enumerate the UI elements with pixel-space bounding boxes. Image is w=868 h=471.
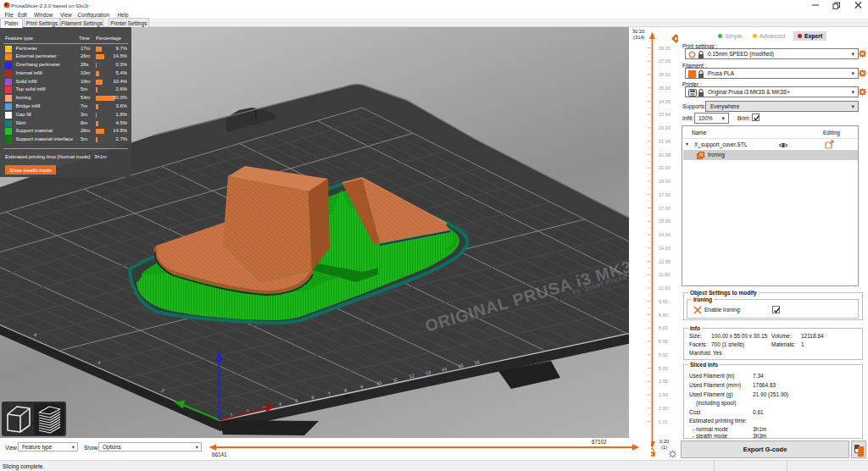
svg-text:(314): (314) [633, 35, 645, 40]
svg-text:11: 11 [392, 377, 398, 383]
svg-text:30.20: 30.20 [632, 29, 645, 34]
svg-text:16: 16 [474, 359, 480, 365]
svg-text:67102: 67102 [592, 439, 607, 445]
svg-text:3.95: 3.95 [659, 379, 668, 384]
svg-text:5.91: 5.91 [659, 352, 668, 357]
svg-text:8.90: 8.90 [659, 313, 668, 318]
svg-text:6.95: 6.95 [659, 339, 668, 344]
svg-text:14.00: 14.00 [659, 246, 670, 251]
svg-text:13: 13 [425, 369, 431, 375]
svg-text:(1): (1) [661, 445, 667, 450]
svg-text:20.00: 20.00 [659, 165, 670, 170]
svg-text:0.20: 0.20 [659, 439, 669, 444]
svg-text:26.00: 26.00 [659, 86, 670, 91]
svg-text:19.00: 19.00 [659, 179, 670, 184]
svg-text:10: 10 [376, 380, 382, 386]
svg-text:23.94: 23.94 [659, 112, 670, 117]
svg-text:8.00: 8.00 [659, 325, 668, 330]
svg-text:12: 12 [409, 373, 415, 379]
svg-text:11.90: 11.90 [659, 272, 670, 277]
svg-text:29.00: 29.00 [659, 46, 670, 51]
svg-text:26.91: 26.91 [659, 72, 670, 77]
svg-text:15.95: 15.95 [659, 219, 670, 224]
svg-text:14: 14 [442, 366, 448, 372]
svg-text:23.00: 23.00 [659, 125, 670, 130]
svg-text:15: 15 [458, 363, 464, 368]
svg-text:9.95: 9.95 [659, 299, 668, 304]
svg-text:17.00: 17.00 [659, 206, 670, 211]
svg-text:2.93: 2.93 [659, 392, 668, 397]
svg-text:0.95: 0.95 [659, 419, 668, 424]
svg-text:11.00: 11.00 [659, 285, 670, 291]
svg-text:2.00: 2.00 [659, 406, 668, 411]
svg-text:27.95: 27.95 [659, 58, 670, 64]
svg-text:17.90: 17.90 [659, 192, 670, 197]
svg-text:5.00: 5.00 [659, 366, 668, 371]
svg-text:14.90: 14.90 [659, 232, 670, 237]
svg-text:20.98: 20.98 [659, 152, 670, 158]
svg-text:21.96: 21.96 [659, 139, 670, 144]
svg-text:24.95: 24.95 [659, 99, 670, 104]
svg-text:66141: 66141 [212, 452, 227, 457]
svg-text:12.95: 12.95 [659, 259, 670, 264]
